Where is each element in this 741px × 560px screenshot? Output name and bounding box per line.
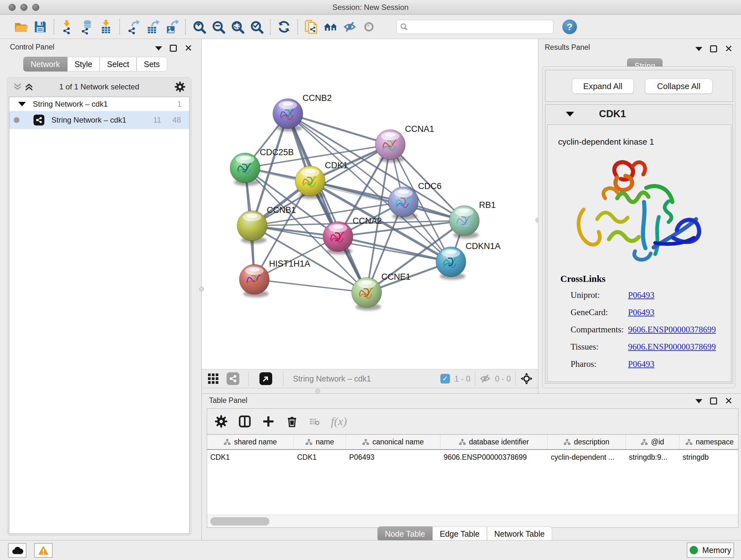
network-options-gear-icon[interactable] <box>175 81 185 92</box>
node-label: HIST1H1A <box>269 259 310 268</box>
table-cell[interactable]: P06493 <box>346 450 441 464</box>
tab-edge-table[interactable]: Edge Table <box>432 526 487 541</box>
column-header-sharedname[interactable]: shared name <box>207 435 294 449</box>
network-view-canvas[interactable]: CCNB2CCNA1CDC25BCDK1CDC6RB1CCNB1CCNA2CDK… <box>202 39 538 369</box>
network-node-CDKN1A[interactable]: CDKN1A <box>436 241 501 280</box>
table-cell[interactable]: stringdb <box>679 450 740 464</box>
delete-table-icon[interactable] <box>309 417 320 426</box>
export-network-button[interactable] <box>124 17 143 36</box>
column-header-id[interactable]: @id <box>626 435 679 449</box>
network-view-icon[interactable] <box>226 372 239 385</box>
table-settings-gear-icon[interactable] <box>215 415 227 428</box>
gene-entry-header[interactable]: CDK1 <box>545 105 733 123</box>
crosslink-link[interactable]: P06493 <box>628 307 655 317</box>
hidden-items-eye-icon[interactable] <box>480 373 490 384</box>
cloud-services-button[interactable] <box>8 543 26 558</box>
crosslink-row: Compartments:9606.ENSP00000378699 <box>548 325 731 342</box>
tab-style[interactable]: Style <box>67 57 100 71</box>
network-node-CCNB2[interactable]: CCNB2 <box>273 93 332 132</box>
crosslink-link[interactable]: 9606.ENSP00000378699 <box>628 342 716 352</box>
panel-float-button[interactable] <box>170 45 177 52</box>
column-header-name[interactable]: name <box>294 435 346 449</box>
import-network-file-button[interactable] <box>58 17 77 36</box>
table-cell[interactable]: CDK1 <box>207 450 294 464</box>
crosslink-link[interactable]: 9606.ENSP00000378699 <box>628 325 716 334</box>
column-header-canonicalname[interactable]: canonical name <box>346 435 441 449</box>
panel-menu-caret[interactable] <box>155 46 162 51</box>
crosslink-link[interactable]: P06493 <box>628 359 655 369</box>
panel-menu-caret[interactable] <box>695 47 702 51</box>
lens-icon <box>361 19 377 35</box>
zoom-selected-button[interactable] <box>247 17 266 36</box>
memory-status-button[interactable]: Memory <box>687 543 734 558</box>
tab-network[interactable]: Network <box>23 57 67 71</box>
node-gloss-highlight <box>361 281 372 285</box>
add-column-icon[interactable] <box>262 415 275 428</box>
network-node-CDC6[interactable]: CDC6 <box>388 181 442 220</box>
network-node-RB1[interactable]: RB1 <box>449 200 496 239</box>
warnings-button[interactable] <box>34 543 53 558</box>
table-cell[interactable]: 9606.ENSP00000378699 <box>441 450 548 464</box>
selected-nodes-checkbox[interactable]: ✓ <box>441 374 450 383</box>
export-image-button[interactable] <box>162 17 181 36</box>
grid-view-icon[interactable] <box>207 373 219 384</box>
save-session-button[interactable] <box>30 17 50 36</box>
import-table-button[interactable] <box>96 17 116 36</box>
table-cell[interactable]: stringdb:9... <box>626 450 679 464</box>
panel-menu-caret[interactable] <box>695 399 702 403</box>
zoom-out-button[interactable] <box>209 17 228 36</box>
panel-float-button[interactable] <box>710 45 717 52</box>
table-cell[interactable]: cyclin-dependent ... <box>548 450 626 464</box>
network-row-selected[interactable]: String Network – cdk1 11 48 <box>9 111 189 129</box>
collection-expand-caret[interactable] <box>18 102 26 106</box>
zoom-in-icon <box>192 19 207 35</box>
select-columns-icon[interactable] <box>239 415 251 428</box>
network-collection-row[interactable]: String Network – cdk1 1 <box>9 97 189 111</box>
collapse-all-button[interactable]: Collapse All <box>645 78 713 94</box>
tab-node-table[interactable]: Node Table <box>378 526 432 541</box>
show-home-panels-button[interactable] <box>321 17 340 36</box>
zoom-in-button[interactable] <box>190 17 209 36</box>
search-input[interactable] <box>396 20 553 34</box>
tab-select[interactable]: Select <box>99 57 136 71</box>
open-session-button[interactable] <box>11 17 30 36</box>
refresh-button[interactable] <box>274 17 293 36</box>
network-node-CDK1[interactable]: CDK1 <box>295 161 348 199</box>
import-network-database-button[interactable] <box>77 17 96 36</box>
export-table-button[interactable] <box>143 17 162 36</box>
clone-network-button[interactable] <box>302 17 321 36</box>
tab-sets[interactable]: Sets <box>137 57 167 71</box>
zoom-fit-button[interactable] <box>228 17 247 36</box>
presentation-mode-button[interactable] <box>359 17 379 36</box>
table-horizontal-scrollbar[interactable] <box>207 515 738 527</box>
expand-all-button[interactable]: Expand All <box>572 78 634 94</box>
tab-network-table[interactable]: Network Table <box>487 526 552 541</box>
status-bar: Memory <box>0 540 741 560</box>
panel-close-button[interactable]: ✕ <box>725 45 733 52</box>
table-row[interactable]: CDK1CDK1P064939606.ENSP00000378699cyclin… <box>207 450 738 464</box>
column-type-icon <box>306 439 313 445</box>
birdseye-view-button[interactable] <box>259 372 272 385</box>
horizontal-splitter-handle[interactable] <box>315 389 320 394</box>
left-splitter-handle[interactable] <box>199 287 204 292</box>
crosslink-label: GeneCard: <box>570 307 608 317</box>
function-builder-icon[interactable]: f(x) <box>331 415 347 428</box>
scrollbar-thumb[interactable] <box>210 517 269 525</box>
panel-close-button[interactable]: ✕ <box>725 397 733 405</box>
panel-close-button[interactable]: ✕ <box>185 45 192 52</box>
column-header-databaseidentifier[interactable]: database identifier <box>441 435 548 449</box>
column-header-description[interactable]: description <box>548 435 626 449</box>
network-node-CCNA1[interactable]: CCNA1 <box>375 124 434 163</box>
gene-collapse-caret[interactable] <box>566 112 574 117</box>
network-edge[interactable] <box>254 279 367 293</box>
help-button[interactable]: ? <box>562 19 577 34</box>
network-edge[interactable] <box>288 114 390 145</box>
network-node-HIST1H1A[interactable]: HIST1H1A <box>239 259 310 297</box>
column-header-namespace[interactable]: namespace <box>679 435 740 449</box>
hide-panels-button[interactable] <box>340 17 359 36</box>
crosslink-link[interactable]: P06493 <box>628 290 655 300</box>
table-cell[interactable]: CDK1 <box>294 450 346 464</box>
fit-content-crosshair-icon[interactable] <box>520 372 533 385</box>
delete-column-trash-icon[interactable] <box>286 415 298 428</box>
panel-float-button[interactable] <box>710 397 717 405</box>
